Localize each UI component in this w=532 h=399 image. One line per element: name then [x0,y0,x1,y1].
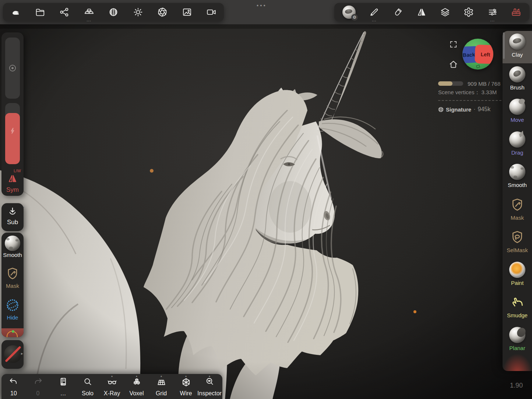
layers-icon[interactable] [440,3,451,21]
top-left-toolbar: … [3,3,224,21]
expand-caret: ▴ [111,374,113,378]
tool-smooth[interactable]: Smooth [503,161,532,194]
history-button[interactable]: … [51,374,75,399]
orientation-ball[interactable]: Back Left [462,39,493,70]
redo-button[interactable]: 0 [26,374,50,399]
move-sphere-icon [509,99,525,115]
brush-size-icon [8,63,17,73]
gizmo-tool-selected[interactable] [1,328,24,337]
nomad-logo-icon[interactable] [10,3,21,21]
scene-vertices: Scene vertices： 3.33M [438,89,497,96]
symmetry-triangle-icon [7,173,18,184]
expand-caret: ▴ [209,374,210,378]
xray-glasses-icon [107,378,117,387]
tool-brush[interactable]: Brush [503,64,532,96]
globe-icon [438,107,444,112]
camera-icon[interactable] [206,3,217,21]
mask-shield-icon [510,197,525,213]
material-preview-sphere: ⚙ [342,6,356,19]
symmetry-mode-label: L/W [14,169,21,173]
files-folder-icon[interactable] [35,3,46,21]
signature-label: Signature [446,106,471,113]
intensity-lightning-icon [8,126,17,135]
toolbox-icon[interactable] [511,3,522,21]
voxel-toggle[interactable]: ▴ Voxel [124,374,149,399]
tool-mask[interactable]: Mask [503,194,532,226]
more-indicator: … [371,18,377,22]
dashed-separator [438,100,501,101]
tool-paint[interactable]: Paint [503,259,532,292]
fullscreen-icon[interactable] [449,40,458,50]
solo-magnifier-icon [83,377,92,386]
history-notebook-icon [59,377,68,386]
sidebar-scrollbar[interactable] [503,32,505,59]
undo-icon [9,377,18,386]
more-indicator: … [87,18,92,22]
multitask-dots-icon: ••• [257,2,267,8]
quick-mask[interactable]: Mask [1,266,24,289]
tool-smudge[interactable]: Smudge [503,292,532,324]
solo-toggle[interactable]: Solo [75,374,100,399]
no-material-icon [4,345,22,363]
symmetry-button[interactable]: L/W Sym [1,168,24,194]
drag-sphere-icon [509,131,525,148]
scene-graph-icon[interactable] [59,3,70,21]
smooth-sphere-icon [509,164,525,180]
gear-badge-icon: ⚙ [351,14,358,21]
paintbrush-icon[interactable] [392,3,404,21]
tool-selmask[interactable]: SelMask [503,226,532,259]
stroke-panel: L/W Sym ▸ [1,32,24,196]
tool-planar[interactable]: Planar [503,324,532,357]
xray-toggle[interactable]: ▴ X-Ray [100,374,124,399]
tool-drag[interactable]: Drag [503,129,532,161]
tool-partial[interactable] [503,357,532,371]
expand-caret: ▴ [161,374,162,378]
symmetry-mirror-icon[interactable] [416,3,427,21]
quick-tools-panel: Smooth Mask Hide [1,233,24,337]
brush-sphere-icon [509,66,525,82]
background-image-icon[interactable] [182,3,193,21]
tool-move[interactable]: Move [503,96,532,128]
multires-pyramid-icon[interactable]: … [84,3,95,21]
selmask-shield-icon [510,230,525,246]
wire-toggle[interactable]: ▴ Wire [174,374,198,399]
home-icon[interactable] [449,60,458,70]
quick-hide[interactable]: Hide [1,298,24,321]
lighting-sun-icon[interactable] [133,3,144,21]
intensity-slider[interactable] [5,103,20,164]
postprocess-aperture-icon[interactable] [157,3,168,21]
matcap-sphere-icon[interactable] [108,3,119,21]
wireframe-hex-icon [181,377,191,387]
tool-clay[interactable]: Clay [503,31,532,63]
mask-shield-icon [6,266,20,280]
paint-sphere-icon [509,262,525,278]
brush-size-slider[interactable] [5,38,20,99]
nav-face-left[interactable]: Left [475,45,493,64]
settings-gear-icon[interactable] [463,3,474,21]
quick-smooth[interactable]: Smooth [1,236,24,258]
voxel-cubes-icon [132,377,142,387]
inspector-eye-icon [205,377,214,386]
sub-label: Sub [7,219,18,226]
grid-plane-icon [156,378,166,387]
brush-sidebar: Clay Brush Move Drag Smooth Mask [503,31,532,371]
inspector-toggle[interactable]: ▴ Inspector [197,374,222,399]
gizmo-icon [7,331,18,337]
redo-icon [33,377,43,386]
nav-face-mark [476,65,480,68]
grid-toggle[interactable]: ▴ Grid [149,374,173,399]
material-sphere-icon[interactable]: ⚙ [342,3,356,21]
material-none-button[interactable] [1,340,24,369]
signature-row[interactable]: Signature · 945k [438,106,490,113]
more-indicator: … [490,18,495,22]
sliders-icon[interactable]: … [487,3,498,21]
signature-value: 945k [478,106,491,113]
smudge-finger-icon [510,294,525,311]
undo-button[interactable]: 10 [1,374,26,399]
stylus-pencil-icon[interactable]: … [369,3,380,21]
material-expand-caret[interactable]: ▸ [21,351,23,356]
zoom-level-label: 1.90 [510,382,523,389]
planar-sphere-icon [509,327,525,343]
sub-button[interactable]: Sub [1,203,24,231]
sub-download-icon [7,206,18,217]
